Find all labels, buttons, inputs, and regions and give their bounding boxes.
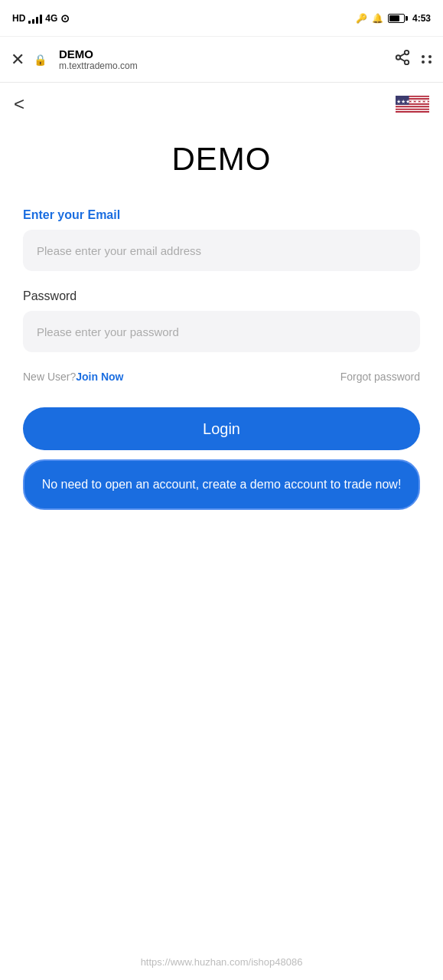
footer: https://www.huzhan.com/ishop48086 (0, 956, 443, 968)
key-icon: 🔑 (356, 13, 367, 24)
helper-row: New User?Join Now Forgot password (23, 371, 420, 383)
main-content: DEMO Enter your Email Password New User?… (0, 126, 443, 533)
svg-rect-16 (396, 110, 429, 112)
signal-icon (28, 13, 42, 24)
login-button[interactable]: Login (23, 407, 420, 450)
url-section: DEMO m.texttrademo.com (59, 47, 385, 71)
site-url: m.texttrademo.com (59, 60, 385, 71)
lock-icon: 🔒 (34, 54, 47, 66)
footer-url: https://www.huzhan.com/ishop48086 (141, 956, 303, 968)
page-title: DEMO (23, 141, 420, 178)
mute-icon: 🔔 (372, 13, 383, 24)
password-label: Password (23, 289, 420, 303)
clock: 4:53 (412, 13, 431, 24)
forgot-password-link[interactable]: Forgot password (340, 371, 420, 383)
back-button[interactable]: < (14, 93, 24, 115)
login-form: Enter your Email Password New User?Join … (23, 208, 420, 510)
email-field-group: Enter your Email (23, 208, 420, 289)
new-user-text: New User? (23, 371, 76, 383)
language-selector[interactable]: ★★★★★★★★★ (396, 93, 429, 116)
join-now-link[interactable]: Join Now (76, 371, 123, 383)
browser-bar: ✕ 🔒 DEMO m.texttrademo.com (0, 37, 443, 83)
email-input[interactable] (23, 230, 420, 271)
close-button[interactable]: ✕ (11, 50, 24, 70)
network-type: 4G (45, 13, 57, 24)
site-title: DEMO (59, 47, 385, 60)
hd-badge: HD (12, 13, 25, 24)
password-field-group: Password (23, 289, 420, 371)
new-user-section: New User?Join Now (23, 371, 123, 383)
battery-icon (388, 14, 408, 23)
more-menu-icon[interactable] (422, 55, 432, 64)
svg-rect-14 (396, 107, 429, 109)
us-flag-icon: ★★★★★★★★★ (396, 93, 429, 116)
browser-actions (394, 49, 432, 70)
email-label: Enter your Email (23, 208, 420, 222)
status-bar-left: HD 4G ⊙ (12, 12, 70, 24)
svg-rect-13 (396, 106, 429, 108)
status-bar-right: 🔑 🔔 4:53 (356, 13, 431, 24)
share-icon[interactable] (394, 49, 411, 70)
password-input[interactable] (23, 311, 420, 352)
svg-line-3 (400, 58, 405, 61)
wifi-icon: ⊙ (60, 12, 70, 24)
demo-account-button[interactable]: No need to open an account, create a dem… (23, 459, 420, 510)
svg-line-4 (400, 54, 405, 57)
svg-rect-15 (396, 109, 429, 110)
nav-bar: < ★★★★★★★★★ (0, 83, 443, 126)
svg-rect-17 (396, 111, 429, 113)
status-bar: HD 4G ⊙ 🔑 🔔 4:53 (0, 0, 443, 37)
svg-text:★★★★★★★★★: ★★★★★★★★★ (396, 98, 429, 105)
